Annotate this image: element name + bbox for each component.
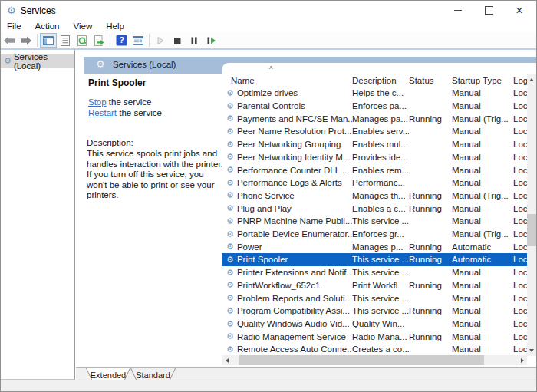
vertical-scrollbar[interactable] <box>527 74 536 356</box>
menu-action[interactable]: Action <box>28 21 67 31</box>
service-name-cell: Peer Name Resolution Prot... <box>237 127 352 136</box>
window-controls: × <box>443 1 535 20</box>
service-row[interactable]: ⚙ Peer Name Resolution Prot... Enables s… <box>222 125 527 138</box>
services-gear-icon: ⚙ <box>4 57 12 65</box>
forward-icon <box>20 35 32 47</box>
minimize-button[interactable] <box>443 1 473 20</box>
service-row[interactable]: ⚙ Power Manages p... Running Automatic L… <box>222 240 527 253</box>
service-row[interactable]: ⚙ Radio Management Service Radio Mana...… <box>222 330 527 343</box>
properties-window-button[interactable] <box>130 33 147 48</box>
service-row[interactable]: ⚙ Printer Extensions and Notif... This s… <box>222 266 527 279</box>
refresh-button[interactable] <box>74 33 91 48</box>
export-list-button[interactable] <box>57 33 74 48</box>
service-name-cell: Quality Windows Audio Vid... <box>237 319 350 328</box>
service-description-cell: Enables rem... <box>352 166 409 175</box>
service-row[interactable]: ⚙ Program Compatibility Assi... This ser… <box>222 305 527 318</box>
column-header-startup-type[interactable]: Startup Type <box>452 76 513 85</box>
stop-service-button[interactable] <box>169 33 186 48</box>
scroll-left-button[interactable] <box>222 355 232 365</box>
start-service-icon <box>154 35 166 47</box>
column-header-name[interactable]: Name <box>222 76 352 85</box>
refresh-icon <box>76 35 88 47</box>
service-startup-cell: Manual <box>452 306 513 315</box>
service-startup-cell: Manual <box>452 216 513 226</box>
service-log-cell: Loc <box>513 166 527 175</box>
export-icon <box>93 35 105 47</box>
restart-service-rest: the service <box>117 108 162 117</box>
column-header-log-on-as[interactable]: Log <box>513 76 527 85</box>
service-description-cell: Manages p... <box>352 242 409 252</box>
service-log-cell: Loc <box>513 191 527 200</box>
service-startup-cell: Manual (Trig... <box>452 229 513 239</box>
service-gear-icon: ⚙ <box>226 191 234 199</box>
service-log-cell: Loc <box>513 114 527 124</box>
service-status-cell: Running <box>409 306 452 315</box>
service-name-cell: Peer Networking Grouping <box>237 140 341 149</box>
maximize-button[interactable] <box>473 1 504 20</box>
service-row[interactable]: ⚙ PrintWorkflow_652c1 Print Workfl Runni… <box>222 279 527 292</box>
service-row[interactable]: ⚙ Portable Device Enumerator... Enforces… <box>222 228 527 241</box>
status-strip <box>1 380 536 391</box>
service-gear-icon: ⚙ <box>226 89 234 97</box>
service-gear-icon: ⚙ <box>226 166 234 174</box>
service-log-cell: Loc <box>513 242 527 252</box>
service-log-cell: Loc <box>513 255 527 264</box>
scroll-down-button[interactable] <box>527 345 536 356</box>
export-button[interactable] <box>91 33 107 48</box>
forward-button[interactable] <box>18 33 35 48</box>
service-row[interactable]: ⚙ Quality Windows Audio Vid... Quality W… <box>222 318 527 331</box>
service-row[interactable]: ⚙ Remote Access Auto Conne... Creates a … <box>222 343 527 355</box>
restart-service-button[interactable] <box>203 33 219 48</box>
service-log-cell: Loc <box>513 229 527 239</box>
horizontal-scrollbar[interactable] <box>222 355 527 365</box>
scroll-down-icon <box>529 349 534 352</box>
service-row[interactable]: ⚙ Performance Counter DLL ... Enables re… <box>222 163 527 176</box>
service-row[interactable]: ⚙ Peer Networking Grouping Enables mul..… <box>222 138 527 151</box>
service-name-cell: Payments and NFC/SE Man... <box>237 114 352 124</box>
service-row[interactable]: ⚙ Problem Reports and Soluti... This ser… <box>222 292 527 305</box>
scroll-right-button[interactable] <box>517 355 527 365</box>
menu-view[interactable]: View <box>67 21 100 31</box>
service-row[interactable]: ⚙ PNRP Machine Name Publi... This servic… <box>222 215 527 228</box>
menu-help[interactable]: Help <box>99 21 131 31</box>
service-row[interactable]: ⚙ Peer Networking Identity M... Provides… <box>222 151 527 164</box>
vertical-scroll-thumb[interactable] <box>527 214 536 246</box>
service-row[interactable]: ⚙ Optimize drives Helps the c... Manual … <box>222 87 527 100</box>
minimize-icon <box>454 10 462 11</box>
back-button[interactable] <box>1 33 18 48</box>
horizontal-scroll-thumb[interactable] <box>239 355 484 365</box>
restart-service-line: Restart the service <box>88 108 162 117</box>
window-title: Services <box>21 5 56 16</box>
service-log-cell: Loc <box>513 140 527 149</box>
service-description-cell: This service ... <box>352 294 409 303</box>
column-header-description[interactable]: Description <box>352 76 409 85</box>
service-startup-cell: Manual <box>452 88 513 97</box>
help-button[interactable]: ? <box>113 33 130 48</box>
column-header-status[interactable]: Status <box>409 76 452 85</box>
service-name-cell: Power <box>237 242 262 252</box>
service-row[interactable]: ⚙ Parental Controls Enforces pa... Manua… <box>222 100 527 113</box>
restart-service-link[interactable]: Restart <box>88 108 117 117</box>
service-log-cell: Loc <box>513 306 527 315</box>
scroll-up-button[interactable] <box>527 74 536 85</box>
service-description-cell: Enables a c... <box>352 204 409 213</box>
menu-file[interactable]: File <box>1 21 28 31</box>
service-log-cell: Loc <box>513 281 527 290</box>
scroll-right-icon <box>521 358 524 363</box>
start-service-button[interactable] <box>152 33 169 48</box>
details-pane: ⚙ Services (Local) Print Spooler Stop th… <box>76 50 536 380</box>
service-row[interactable]: ⚙ Plug and Play Enables a c... Running M… <box>222 202 527 215</box>
toolbar-separator <box>37 34 38 47</box>
tree-item-services-local[interactable]: ⚙ Services (Local) <box>1 54 74 68</box>
service-row[interactable]: ⚙ Performance Logs & Alerts Performanc..… <box>222 176 527 189</box>
service-gear-icon: ⚙ <box>226 114 234 123</box>
scroll-left-icon <box>226 358 229 363</box>
pause-service-button[interactable] <box>186 33 203 48</box>
service-row[interactable]: ⚙ Payments and NFC/SE Man... Manages pa.… <box>222 112 527 125</box>
stop-service-link[interactable]: Stop <box>88 97 107 107</box>
service-row[interactable]: ⚙ Print Spooler This service ... Running… <box>222 253 527 266</box>
service-description-cell: Helps the c... <box>352 88 409 97</box>
service-row[interactable]: ⚙ Phone Service Manages th... Running Ma… <box>222 189 527 203</box>
show-console-tree-button[interactable] <box>40 33 57 48</box>
close-button[interactable]: × <box>504 1 535 20</box>
